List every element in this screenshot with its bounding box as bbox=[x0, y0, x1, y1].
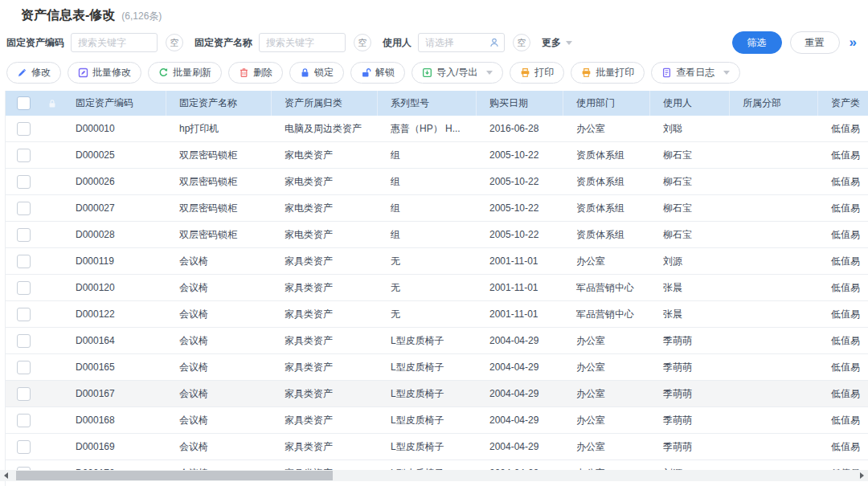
row-checkbox[interactable] bbox=[17, 122, 31, 136]
table-row[interactable]: D000010 hp打印机 电脑及周边类资产 惠普（HP） H... 2016-… bbox=[6, 116, 868, 142]
table-row[interactable]: D000028 双层密码锁柜 家电类资产 组 2005-10-22 资质体系组 … bbox=[6, 222, 868, 248]
cell-category: 电脑及周边类资产 bbox=[272, 122, 378, 136]
cell-dept: 办公室 bbox=[563, 255, 650, 268]
column-header-dept[interactable]: 使用部门 bbox=[563, 91, 650, 116]
cell-user: 刘聪 bbox=[650, 122, 730, 136]
cell-category: 家电类资产 bbox=[272, 149, 378, 162]
edit-button[interactable]: 修改 bbox=[6, 62, 61, 84]
print-label: 打印 bbox=[534, 66, 554, 80]
cell-dept: 军品营销中心 bbox=[563, 308, 650, 321]
cell-code: D000164 bbox=[63, 335, 166, 346]
batch-print-button[interactable]: 批量打印 bbox=[571, 62, 645, 84]
row-checkbox[interactable] bbox=[17, 440, 31, 454]
cell-user: 柳石宝 bbox=[650, 149, 730, 162]
cell-name: 双层密码锁柜 bbox=[166, 202, 272, 215]
asset-name-input[interactable] bbox=[259, 33, 346, 52]
cell-user: 张晨 bbox=[650, 281, 730, 295]
delete-icon bbox=[239, 67, 249, 78]
cell-date: 2004-04-29 bbox=[477, 415, 563, 426]
import-export-button[interactable]: 导入/导出 bbox=[411, 62, 503, 84]
view-log-button[interactable]: 查看日志 bbox=[651, 62, 740, 84]
scrollbar-thumb[interactable] bbox=[16, 471, 333, 480]
cell-name: 双层密码锁柜 bbox=[166, 228, 272, 242]
row-checkbox[interactable] bbox=[17, 414, 31, 427]
table-row[interactable]: D000169 会议椅 家具类资产 L型皮质椅子 2004-04-29 办公室 … bbox=[6, 434, 868, 460]
asset-name-clear-button[interactable]: 空 bbox=[354, 34, 371, 51]
cell-type: 低值易 bbox=[818, 255, 868, 268]
batch-edit-button[interactable]: 批量修改 bbox=[68, 62, 141, 84]
chevron-down-icon bbox=[723, 71, 730, 75]
asset-code-clear-button[interactable]: 空 bbox=[166, 34, 183, 51]
column-header-name[interactable]: 固定资产名称 bbox=[166, 91, 272, 116]
cell-category: 家具类资产 bbox=[272, 255, 378, 268]
table-row[interactable]: D000025 双层密码锁柜 家电类资产 组 2005-10-22 资质体系组 … bbox=[6, 142, 868, 169]
cell-type: 低值易 bbox=[818, 414, 868, 427]
row-checkbox[interactable] bbox=[17, 175, 31, 189]
table-row[interactable]: D000167 会议椅 家具类资产 L型皮质椅子 2004-04-29 办公室 … bbox=[6, 381, 868, 407]
batch-print-label: 批量打印 bbox=[596, 66, 634, 80]
column-header-branch[interactable]: 所属分部 bbox=[730, 91, 818, 116]
cell-date: 2005-10-22 bbox=[477, 176, 563, 187]
cell-series: 惠普（HP） H... bbox=[378, 122, 477, 136]
table-row[interactable]: D000164 会议椅 家具类资产 L型皮质椅子 2004-04-29 办公室 … bbox=[6, 328, 868, 354]
lock-button[interactable]: 锁定 bbox=[289, 62, 344, 84]
more-filters-button[interactable]: 更多 bbox=[542, 36, 572, 50]
column-header-category[interactable]: 资产所属归类 bbox=[272, 91, 378, 116]
column-header-series[interactable]: 系列型号 bbox=[378, 91, 477, 116]
column-header-type[interactable]: 资产类 bbox=[818, 91, 868, 116]
cell-type: 低值易 bbox=[818, 308, 868, 321]
cell-dept: 办公室 bbox=[563, 334, 650, 348]
cell-type: 低值易 bbox=[818, 387, 868, 401]
row-checkbox[interactable] bbox=[17, 281, 31, 295]
view-log-icon bbox=[661, 67, 672, 78]
lock-column-header bbox=[41, 91, 63, 116]
row-checkbox[interactable] bbox=[17, 255, 31, 268]
delete-button[interactable]: 删除 bbox=[228, 62, 283, 84]
cell-code: D000165 bbox=[63, 361, 166, 373]
row-checkbox[interactable] bbox=[17, 149, 31, 162]
row-checkbox[interactable] bbox=[17, 308, 31, 321]
table-row[interactable]: D000027 双层密码锁柜 家电类资产 组 2005-10-22 资质体系组 … bbox=[6, 195, 868, 222]
table-row[interactable]: D000168 会议椅 家具类资产 L型皮质椅子 2004-04-29 办公室 … bbox=[6, 407, 868, 434]
select-all-checkbox[interactable] bbox=[17, 96, 31, 110]
cell-code: D000025 bbox=[63, 149, 166, 161]
row-checkbox[interactable] bbox=[17, 228, 31, 242]
batch-refresh-button[interactable]: 批量刷新 bbox=[148, 62, 222, 84]
toolbar: 修改 批量修改 批量刷新 删除 锁定 解锁 导入/导出 打印 批量打印 查看日志 bbox=[0, 59, 868, 91]
reset-button[interactable]: 重置 bbox=[790, 31, 840, 54]
cell-name: 会议椅 bbox=[166, 387, 272, 401]
user-select-input[interactable] bbox=[418, 33, 505, 52]
row-checkbox[interactable] bbox=[17, 202, 31, 215]
table-row[interactable]: D000120 会议椅 家具类资产 无 2001-11-01 军品营销中心 张晨… bbox=[6, 275, 868, 301]
delete-label: 删除 bbox=[253, 66, 272, 80]
cell-dept: 办公室 bbox=[563, 387, 650, 401]
filter-button[interactable]: 筛选 bbox=[732, 31, 782, 54]
table-row[interactable]: D000026 双层密码锁柜 家电类资产 组 2005-10-22 资质体系组 … bbox=[6, 169, 868, 195]
column-header-user[interactable]: 使用人 bbox=[650, 91, 730, 116]
cell-date: 2004-04-29 bbox=[477, 388, 563, 399]
cell-category: 家具类资产 bbox=[272, 440, 378, 454]
horizontal-scrollbar[interactable] bbox=[0, 470, 868, 481]
cell-date: 2005-10-22 bbox=[477, 202, 563, 214]
asset-code-input[interactable] bbox=[71, 33, 158, 52]
column-header-date[interactable]: 购买日期 bbox=[477, 91, 563, 116]
cell-date: 2001-11-01 bbox=[477, 308, 563, 320]
column-header-code[interactable]: 固定资产编码 bbox=[63, 91, 166, 116]
row-checkbox[interactable] bbox=[17, 361, 31, 374]
scroll-right-icon[interactable] bbox=[860, 472, 864, 479]
user-clear-button[interactable]: 空 bbox=[513, 34, 530, 51]
table-row[interactable]: D000165 会议椅 家具类资产 L型皮质椅子 2004-04-29 办公室 … bbox=[6, 354, 868, 381]
scroll-left-icon[interactable] bbox=[4, 472, 8, 479]
page-title: 资产信息表-修改 bbox=[21, 7, 115, 24]
table-row[interactable]: D000122 会议椅 家具类资产 无 2001-11-01 军品营销中心 张晨… bbox=[6, 301, 868, 328]
more-filters-label: 更多 bbox=[542, 36, 561, 50]
print-button[interactable]: 打印 bbox=[510, 62, 564, 84]
unlock-button[interactable]: 解锁 bbox=[350, 62, 405, 84]
table-row[interactable]: D000119 会议椅 家具类资产 无 2001-11-01 办公室 刘源 低值… bbox=[6, 248, 868, 275]
chevron-down-icon bbox=[486, 71, 493, 75]
row-checkbox[interactable] bbox=[17, 387, 31, 401]
filter-label-asset-name: 固定资产名称 bbox=[194, 36, 252, 50]
row-checkbox[interactable] bbox=[17, 334, 31, 348]
cell-type: 低值易 bbox=[818, 202, 868, 215]
expand-filters-icon[interactable]: » bbox=[850, 35, 857, 51]
